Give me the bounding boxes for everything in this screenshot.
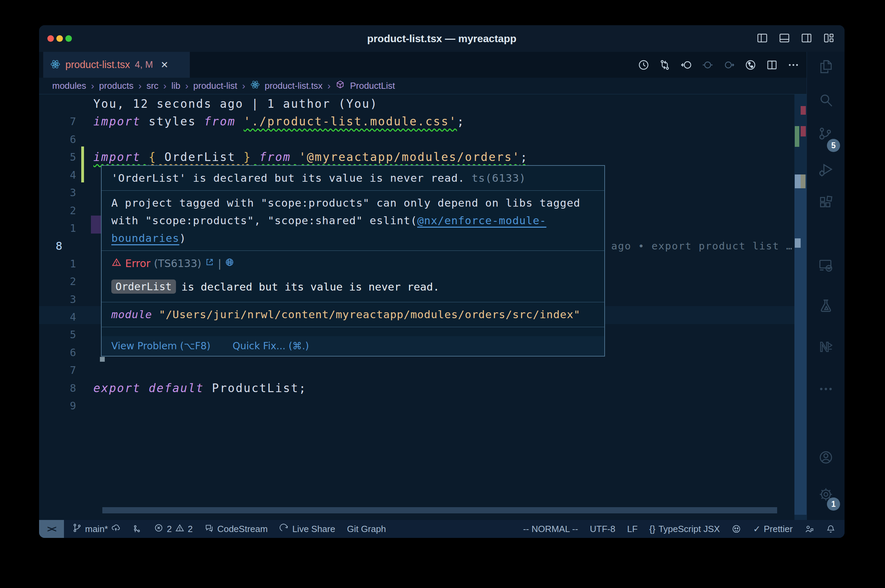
tab-bar: product-list.tsx 4, M ✕: [39, 52, 807, 78]
eol-indicator[interactable]: LF: [627, 524, 637, 534]
settings-gear-icon[interactable]: [807, 486, 844, 502]
line-number: 8: [39, 380, 76, 397]
remote-indicator[interactable]: ><: [39, 520, 64, 538]
line-number: 3: [39, 291, 76, 309]
run-and-debug-icon[interactable]: [807, 162, 844, 178]
github-octoface-icon[interactable]: [732, 524, 741, 534]
compare-changes-icon[interactable]: [658, 58, 672, 72]
git-graph-status[interactable]: Git Graph: [347, 524, 386, 534]
activity-bar: 5 1: [807, 52, 844, 520]
react-icon: [250, 80, 260, 92]
tab-product-list[interactable]: product-list.tsx 4, M ✕: [43, 52, 190, 78]
tab-modified-badge: 4, M: [135, 59, 153, 70]
customize-layout-icon[interactable]: [822, 32, 835, 46]
warnings-icon: [175, 523, 185, 535]
quick-fix-link[interactable]: Quick Fix... (⌘.): [233, 340, 309, 352]
file-history-icon[interactable]: [636, 58, 650, 72]
git-branch-status[interactable]: main*: [72, 523, 121, 535]
error-label: Error: [125, 257, 150, 270]
code-line: 5 import { OrderList } from '@myreactapp…: [39, 148, 795, 166]
react-icon: [50, 59, 60, 71]
codestream-icon: [204, 523, 214, 535]
vim-mode-indicator[interactable]: -- NORMAL --: [523, 524, 578, 534]
toggle-secondary-sidebar-icon[interactable]: [800, 32, 813, 46]
line-number: 4: [39, 166, 76, 184]
line-number: 6: [39, 344, 76, 362]
title-bar: product-list.tsx — myreactapp: [39, 25, 844, 52]
more-views-icon[interactable]: [807, 381, 844, 397]
error-code: (TS6133): [154, 257, 201, 270]
line-number: 2: [39, 202, 76, 220]
breadcrumb-item[interactable]: products: [99, 81, 134, 91]
gitlens-blame-line: You, 12 seconds ago | 1 author (You): [39, 95, 795, 113]
horizontal-scrollbar-thumb[interactable]: [102, 507, 777, 513]
prettier-status[interactable]: ✓Prettier: [753, 524, 793, 534]
code-editor[interactable]: You, 12 seconds ago | 1 author (You) 7 i…: [39, 94, 807, 520]
check-icon: ✓: [753, 524, 760, 534]
line-number: 4: [39, 308, 76, 326]
tooltip-resize-grip[interactable]: [100, 357, 105, 362]
language-mode[interactable]: {}TypeScript JSX: [649, 524, 720, 534]
scm-badge: 5: [827, 139, 840, 152]
previous-change-icon[interactable]: [679, 58, 693, 72]
commit-graph-icon[interactable]: [744, 58, 757, 72]
vertical-scrollbar[interactable]: [795, 94, 807, 520]
line-number: 5: [39, 148, 76, 166]
code-line: 8 export default ProductList;: [39, 380, 795, 397]
warning-triangle-icon: [111, 257, 122, 270]
breadcrumb-item[interactable]: product-list: [193, 81, 237, 91]
split-editor-icon[interactable]: [765, 58, 779, 72]
breadcrumb-item[interactable]: ProductList: [350, 81, 395, 91]
code-line: 6: [39, 130, 795, 148]
settings-badge: 1: [827, 498, 840, 511]
braces-icon: {}: [649, 524, 655, 534]
editor-actions: [636, 52, 800, 78]
breadcrumb-item[interactable]: lib: [171, 81, 180, 91]
explorer-icon[interactable]: [807, 59, 844, 75]
line-number: 2: [39, 273, 76, 291]
toggle-primary-sidebar-icon[interactable]: [756, 32, 768, 46]
git-branch-icon: [72, 523, 82, 535]
chevron-right-icon: ›: [328, 81, 331, 92]
chevron-right-icon: ›: [138, 81, 141, 92]
notifications-bell-icon[interactable]: [826, 524, 835, 534]
line-number: 5: [39, 326, 76, 344]
remote-explorer-icon[interactable]: [807, 257, 844, 273]
tab-filename: product-list.tsx: [65, 59, 130, 70]
live-share-contact-icon[interactable]: [804, 524, 814, 534]
scrollbar-thumb[interactable]: [795, 174, 807, 515]
commit-graph-status-icon[interactable]: [132, 524, 142, 534]
globe-icon[interactable]: [225, 257, 234, 270]
testing-flask-icon[interactable]: [807, 297, 844, 314]
errors-icon: [154, 523, 164, 535]
diagnostic-message: 'OrderList' is declared but its value is…: [102, 166, 604, 191]
status-bar: >< main* 2 2 CodeStream Live Share: [39, 520, 844, 538]
line-number: 1: [39, 255, 76, 273]
breadcrumb-item[interactable]: src: [147, 81, 159, 91]
search-icon[interactable]: [807, 92, 844, 108]
ruler-mark: [801, 174, 805, 188]
current-line-number: 8: [56, 237, 62, 255]
ruler-selection-mark: [795, 174, 801, 188]
source-control-graph-icon[interactable]: [807, 126, 844, 142]
code-chip: OrderList: [111, 279, 176, 294]
live-share-status[interactable]: Live Share: [279, 523, 335, 535]
codestream-status[interactable]: CodeStream: [204, 523, 267, 535]
ruler-cursor-mark: [795, 238, 801, 248]
tab-close-icon[interactable]: ✕: [161, 59, 168, 70]
account-icon[interactable]: [807, 450, 844, 465]
breadcrumb-item[interactable]: modules: [52, 81, 86, 91]
nx-console-icon[interactable]: [807, 339, 844, 355]
more-actions-icon[interactable]: [786, 58, 800, 72]
chevron-right-icon: ›: [242, 81, 245, 92]
encoding-indicator[interactable]: UTF-8: [590, 524, 615, 534]
problems-status[interactable]: 2 2: [154, 523, 192, 535]
open-external-icon[interactable]: [205, 257, 214, 270]
symbol-cube-icon: [335, 80, 345, 92]
code-line: 7 import styles from './product-list.mod…: [39, 112, 795, 130]
extensions-icon[interactable]: [807, 195, 844, 210]
breadcrumb-item[interactable]: product-list.tsx: [265, 81, 323, 91]
toggle-panel-icon[interactable]: [778, 32, 790, 46]
vscode-window: product-list.tsx — myreactapp product-li…: [39, 25, 844, 538]
view-problem-link[interactable]: View Problem (⌥F8): [111, 340, 210, 352]
